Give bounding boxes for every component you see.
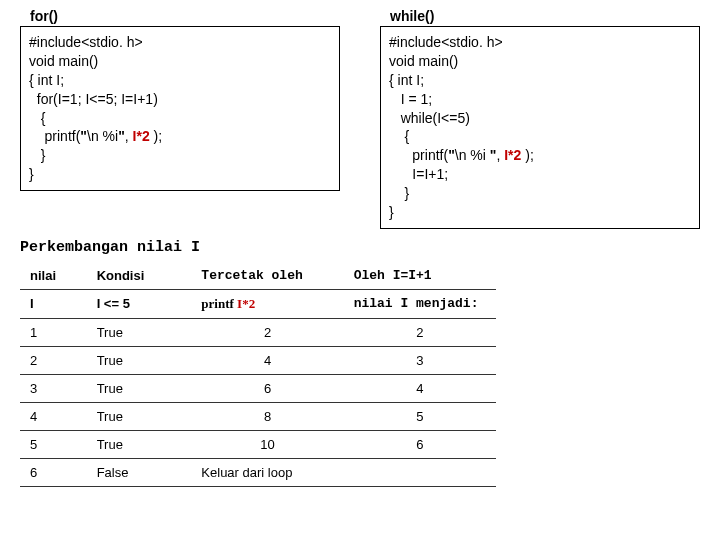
code-line: } xyxy=(29,147,45,163)
quote-char: " xyxy=(118,128,125,144)
table-body: 1 True 2 2 2 True 4 3 3 True 6 4 4 True … xyxy=(20,318,496,486)
code-highlight: I*2 xyxy=(133,128,150,144)
cell-i: 3 xyxy=(20,374,87,402)
cell-cond: True xyxy=(87,430,192,458)
for-column: for() #include<stdio. h> void main() { i… xyxy=(20,8,340,229)
code-line: printf( xyxy=(389,147,448,163)
cell-next: 4 xyxy=(344,374,496,402)
cell-out: 6 xyxy=(191,374,343,402)
cell-i: 4 xyxy=(20,402,87,430)
header-oleh: Oleh I=I+1 xyxy=(344,262,496,290)
cell-out: 2 xyxy=(191,318,343,346)
cell-i: 1 xyxy=(20,318,87,346)
table-row: 4 True 8 5 xyxy=(20,402,496,430)
code-line: } xyxy=(29,166,34,182)
cell-out: 4 xyxy=(191,346,343,374)
code-line: ); xyxy=(521,147,533,163)
for-code-box: #include<stdio. h> void main() { int I; … xyxy=(20,26,340,191)
table-row: 2 True 4 3 xyxy=(20,346,496,374)
while-code-box: #include<stdio. h> void main() { int I; … xyxy=(380,26,700,229)
code-line: printf( xyxy=(29,128,80,144)
cell-next: 5 xyxy=(344,402,496,430)
table-row: 5 True 10 6 xyxy=(20,430,496,458)
header-printf-pre: printf xyxy=(201,296,237,311)
code-line: I = 1; xyxy=(389,91,432,107)
table-row: 1 True 2 2 xyxy=(20,318,496,346)
cell-cond: True xyxy=(87,346,192,374)
code-line: { int I; xyxy=(29,72,64,88)
cell-i: 6 xyxy=(20,458,87,486)
header-i: I xyxy=(20,289,87,318)
cell-i: 5 xyxy=(20,430,87,458)
code-line: ); xyxy=(150,128,162,144)
cell-out: Keluar dari loop xyxy=(191,458,343,486)
quote-char: " xyxy=(80,128,87,144)
header-tercetak: Tercetak oleh xyxy=(191,262,343,290)
table-header-row-2: I I <= 5 printf I*2 nilai I menjadi: xyxy=(20,289,496,318)
cell-next: 2 xyxy=(344,318,496,346)
trace-table: nilai Kondisi Tercetak oleh Oleh I=I+1 I… xyxy=(20,262,496,487)
code-line: , xyxy=(125,128,133,144)
code-line: #include<stdio. h> xyxy=(29,34,143,50)
code-line: #include<stdio. h> xyxy=(389,34,503,50)
table-row: 3 True 6 4 xyxy=(20,374,496,402)
section-title: Perkembangan nilai I xyxy=(20,239,700,256)
header-next: nilai I menjadi: xyxy=(344,289,496,318)
cell-cond: False xyxy=(87,458,192,486)
code-line: { xyxy=(29,110,45,126)
quote-char: " xyxy=(448,147,455,163)
table-row: 6 False Keluar dari loop xyxy=(20,458,496,486)
header-kondisi: Kondisi xyxy=(87,262,192,290)
code-comparison: for() #include<stdio. h> void main() { i… xyxy=(20,8,700,229)
code-line: { int I; xyxy=(389,72,424,88)
code-line: for(I=1; I<=5; I=I+1) xyxy=(29,91,158,107)
header-ile5: I <= 5 xyxy=(87,289,192,318)
code-line: \n %i xyxy=(455,147,490,163)
code-line: while(I<=5) xyxy=(389,110,470,126)
cell-next: 3 xyxy=(344,346,496,374)
code-line: } xyxy=(389,185,409,201)
code-line: { xyxy=(389,128,409,144)
while-column: while() #include<stdio. h> void main() {… xyxy=(380,8,700,229)
cell-out: 8 xyxy=(191,402,343,430)
code-line: I=I+1; xyxy=(389,166,448,182)
table-header-row-1: nilai Kondisi Tercetak oleh Oleh I=I+1 xyxy=(20,262,496,290)
table-head: nilai Kondisi Tercetak oleh Oleh I=I+1 I… xyxy=(20,262,496,319)
cell-next: 6 xyxy=(344,430,496,458)
cell-cond: True xyxy=(87,402,192,430)
header-nilai: nilai xyxy=(20,262,87,290)
code-line: } xyxy=(389,204,394,220)
code-highlight: I*2 xyxy=(504,147,521,163)
cell-cond: True xyxy=(87,374,192,402)
cell-next xyxy=(344,458,496,486)
for-label: for() xyxy=(20,8,340,24)
code-line: void main() xyxy=(29,53,98,69)
while-label: while() xyxy=(380,8,700,24)
code-line: void main() xyxy=(389,53,458,69)
header-printf-hl: I*2 xyxy=(237,296,255,311)
cell-i: 2 xyxy=(20,346,87,374)
header-printf: printf I*2 xyxy=(191,289,343,318)
cell-cond: True xyxy=(87,318,192,346)
cell-out: 10 xyxy=(191,430,343,458)
code-line: \n %i xyxy=(87,128,118,144)
